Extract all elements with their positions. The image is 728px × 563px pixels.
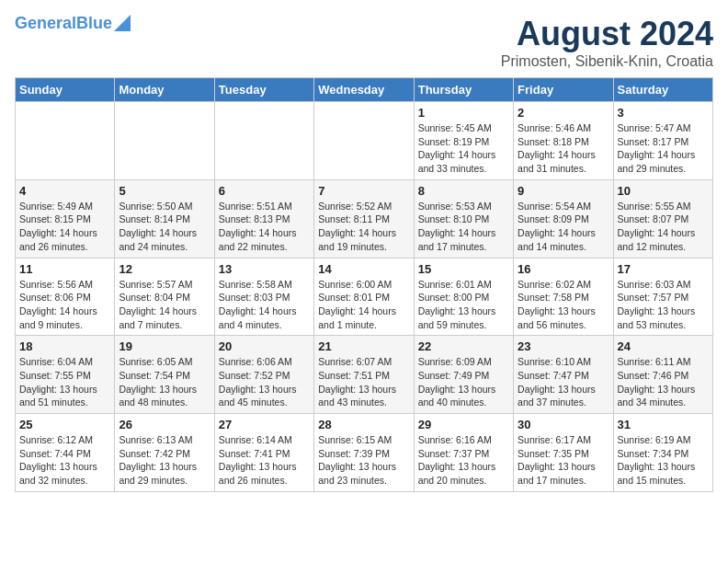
- weekday-header-tuesday: Tuesday: [214, 78, 313, 102]
- day-info: Sunrise: 6:04 AM Sunset: 7:55 PM Dayligh…: [19, 355, 110, 409]
- calendar-day-cell: 5Sunrise: 5:50 AM Sunset: 8:14 PM Daylig…: [115, 179, 214, 258]
- day-info: Sunrise: 5:49 AM Sunset: 8:15 PM Dayligh…: [19, 200, 110, 254]
- calendar-day-cell: 24Sunrise: 6:11 AM Sunset: 7:46 PM Dayli…: [613, 336, 712, 414]
- day-number: 27: [219, 418, 310, 431]
- day-number: 19: [119, 339, 210, 353]
- day-info: Sunrise: 5:45 AM Sunset: 8:19 PM Dayligh…: [418, 121, 509, 176]
- day-number: 22: [418, 339, 509, 353]
- month-year-title: August 2024: [501, 15, 713, 53]
- day-number: 26: [119, 418, 210, 431]
- day-info: Sunrise: 6:15 AM Sunset: 7:39 PM Dayligh…: [318, 433, 409, 488]
- calendar-day-cell: 28Sunrise: 6:15 AM Sunset: 7:39 PM Dayli…: [314, 414, 414, 492]
- calendar-day-cell: 22Sunrise: 6:09 AM Sunset: 7:49 PM Dayli…: [414, 336, 513, 414]
- day-info: Sunrise: 5:51 AM Sunset: 8:13 PM Dayligh…: [219, 200, 310, 254]
- day-number: 31: [618, 418, 709, 431]
- page-header: GeneralBlue August 2024 Primosten, Siben…: [15, 15, 713, 70]
- day-info: Sunrise: 6:16 AM Sunset: 7:37 PM Dayligh…: [418, 433, 509, 488]
- day-number: 6: [219, 184, 310, 198]
- day-info: Sunrise: 6:09 AM Sunset: 7:49 PM Dayligh…: [418, 355, 509, 409]
- calendar-week-row: 18Sunrise: 6:04 AM Sunset: 7:55 PM Dayli…: [16, 336, 713, 414]
- calendar-day-cell: 12Sunrise: 5:57 AM Sunset: 8:04 PM Dayli…: [115, 258, 214, 336]
- day-number: 4: [19, 184, 110, 198]
- day-info: Sunrise: 5:53 AM Sunset: 8:10 PM Dayligh…: [418, 200, 509, 254]
- calendar-week-row: 25Sunrise: 6:12 AM Sunset: 7:44 PM Dayli…: [16, 414, 713, 492]
- calendar-day-cell: 11Sunrise: 5:56 AM Sunset: 8:06 PM Dayli…: [16, 258, 115, 336]
- day-number: 8: [418, 184, 509, 198]
- day-number: 16: [518, 262, 609, 276]
- calendar-day-cell: 8Sunrise: 5:53 AM Sunset: 8:10 PM Daylig…: [414, 179, 513, 258]
- weekday-header-row: SundayMondayTuesdayWednesdayThursdayFrid…: [16, 78, 713, 102]
- empty-cell: [115, 102, 214, 180]
- calendar-day-cell: 21Sunrise: 6:07 AM Sunset: 7:51 PM Dayli…: [314, 336, 414, 414]
- day-info: Sunrise: 5:57 AM Sunset: 8:04 PM Dayligh…: [119, 278, 210, 332]
- weekday-header-monday: Monday: [115, 78, 214, 102]
- day-number: 28: [318, 418, 409, 431]
- day-info: Sunrise: 5:50 AM Sunset: 8:14 PM Dayligh…: [119, 200, 210, 254]
- day-number: 11: [19, 262, 110, 276]
- day-number: 20: [219, 339, 310, 353]
- day-info: Sunrise: 5:54 AM Sunset: 8:09 PM Dayligh…: [518, 200, 609, 254]
- location-subtitle: Primosten, Sibenik-Knin, Croatia: [501, 53, 713, 70]
- day-info: Sunrise: 5:52 AM Sunset: 8:11 PM Dayligh…: [318, 200, 409, 254]
- calendar-day-cell: 26Sunrise: 6:13 AM Sunset: 7:42 PM Dayli…: [115, 414, 214, 492]
- calendar-week-row: 1Sunrise: 5:45 AM Sunset: 8:19 PM Daylig…: [16, 102, 713, 180]
- day-number: 5: [119, 184, 210, 198]
- calendar-day-cell: 17Sunrise: 6:03 AM Sunset: 7:57 PM Dayli…: [613, 258, 712, 336]
- calendar-day-cell: 7Sunrise: 5:52 AM Sunset: 8:11 PM Daylig…: [314, 179, 414, 258]
- calendar-day-cell: 6Sunrise: 5:51 AM Sunset: 8:13 PM Daylig…: [214, 179, 313, 258]
- calendar-day-cell: 15Sunrise: 6:01 AM Sunset: 8:00 PM Dayli…: [414, 258, 513, 336]
- day-info: Sunrise: 6:11 AM Sunset: 7:46 PM Dayligh…: [618, 355, 709, 409]
- svg-marker-0: [114, 15, 131, 31]
- day-info: Sunrise: 6:12 AM Sunset: 7:44 PM Dayligh…: [19, 433, 110, 488]
- day-info: Sunrise: 5:46 AM Sunset: 8:18 PM Dayligh…: [518, 121, 609, 176]
- day-number: 14: [318, 262, 409, 276]
- day-number: 13: [219, 262, 310, 276]
- day-number: 3: [618, 106, 709, 120]
- weekday-header-wednesday: Wednesday: [314, 78, 414, 102]
- empty-cell: [314, 102, 414, 180]
- day-number: 21: [318, 339, 409, 353]
- calendar-day-cell: 14Sunrise: 6:00 AM Sunset: 8:01 PM Dayli…: [314, 258, 414, 336]
- calendar-day-cell: 31Sunrise: 6:19 AM Sunset: 7:34 PM Dayli…: [613, 414, 712, 492]
- day-number: 2: [518, 106, 609, 120]
- day-number: 18: [19, 339, 110, 353]
- calendar-day-cell: 25Sunrise: 6:12 AM Sunset: 7:44 PM Dayli…: [16, 414, 115, 492]
- calendar-day-cell: 9Sunrise: 5:54 AM Sunset: 8:09 PM Daylig…: [514, 179, 613, 258]
- day-info: Sunrise: 5:55 AM Sunset: 8:07 PM Dayligh…: [618, 200, 709, 254]
- day-info: Sunrise: 6:19 AM Sunset: 7:34 PM Dayligh…: [618, 433, 709, 488]
- calendar-day-cell: 3Sunrise: 5:47 AM Sunset: 8:17 PM Daylig…: [613, 102, 712, 180]
- day-info: Sunrise: 6:14 AM Sunset: 7:41 PM Dayligh…: [219, 433, 310, 488]
- calendar-day-cell: 4Sunrise: 5:49 AM Sunset: 8:15 PM Daylig…: [16, 179, 115, 258]
- weekday-header-sunday: Sunday: [16, 78, 115, 102]
- calendar-day-cell: 20Sunrise: 6:06 AM Sunset: 7:52 PM Dayli…: [214, 336, 313, 414]
- empty-cell: [214, 102, 313, 180]
- day-number: 29: [418, 418, 509, 431]
- calendar-day-cell: 2Sunrise: 5:46 AM Sunset: 8:18 PM Daylig…: [514, 102, 613, 180]
- day-number: 24: [618, 339, 709, 353]
- calendar-day-cell: 23Sunrise: 6:10 AM Sunset: 7:47 PM Dayli…: [514, 336, 613, 414]
- calendar-day-cell: 19Sunrise: 6:05 AM Sunset: 7:54 PM Dayli…: [115, 336, 214, 414]
- day-info: Sunrise: 6:07 AM Sunset: 7:51 PM Dayligh…: [318, 355, 409, 409]
- day-number: 30: [518, 418, 609, 431]
- calendar-day-cell: 29Sunrise: 6:16 AM Sunset: 7:37 PM Dayli…: [414, 414, 513, 492]
- day-number: 25: [19, 418, 110, 431]
- day-info: Sunrise: 5:56 AM Sunset: 8:06 PM Dayligh…: [19, 278, 110, 332]
- logo: GeneralBlue: [15, 15, 131, 33]
- day-info: Sunrise: 6:06 AM Sunset: 7:52 PM Dayligh…: [219, 355, 310, 409]
- weekday-header-friday: Friday: [514, 78, 613, 102]
- weekday-header-saturday: Saturday: [613, 78, 712, 102]
- title-block: August 2024 Primosten, Sibenik-Knin, Cro…: [501, 15, 713, 70]
- calendar-week-row: 11Sunrise: 5:56 AM Sunset: 8:06 PM Dayli…: [16, 258, 713, 336]
- day-number: 10: [618, 184, 709, 198]
- day-number: 9: [518, 184, 609, 198]
- day-number: 15: [418, 262, 509, 276]
- day-info: Sunrise: 6:02 AM Sunset: 7:58 PM Dayligh…: [518, 278, 609, 332]
- calendar-day-cell: 16Sunrise: 6:02 AM Sunset: 7:58 PM Dayli…: [514, 258, 613, 336]
- day-number: 23: [518, 339, 609, 353]
- day-info: Sunrise: 6:00 AM Sunset: 8:01 PM Dayligh…: [318, 278, 409, 332]
- day-info: Sunrise: 6:05 AM Sunset: 7:54 PM Dayligh…: [119, 355, 210, 409]
- day-info: Sunrise: 5:47 AM Sunset: 8:17 PM Dayligh…: [618, 121, 709, 176]
- calendar-day-cell: 30Sunrise: 6:17 AM Sunset: 7:35 PM Dayli…: [514, 414, 613, 492]
- calendar-day-cell: 13Sunrise: 5:58 AM Sunset: 8:03 PM Dayli…: [214, 258, 313, 336]
- day-info: Sunrise: 6:03 AM Sunset: 7:57 PM Dayligh…: [618, 278, 709, 332]
